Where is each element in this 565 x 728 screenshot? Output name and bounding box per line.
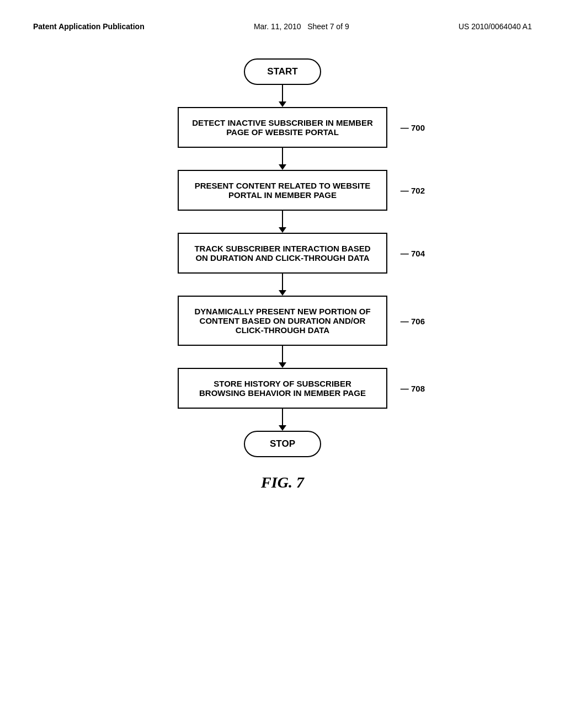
step-706-text: DYNAMICALLY PRESENT NEW PORTION OF CONTE… [194, 307, 370, 335]
step-700-text: DETECT INACTIVE SUBSCRIBER IN MEMBER PAG… [192, 118, 373, 137]
start-label: START [267, 66, 297, 77]
arrow-line [282, 211, 283, 227]
arrow-head [279, 227, 286, 233]
step-704-text: TRACK SUBSCRIBER INTERACTION BASED ON DU… [194, 244, 370, 263]
step-700-box: DETECT INACTIVE SUBSCRIBER IN MEMBER PAG… [178, 107, 387, 148]
arrow-start-to-700 [279, 85, 286, 107]
step-706-wrapper: DYNAMICALLY PRESENT NEW PORTION OF CONTE… [178, 296, 387, 346]
flowchart-diagram: START DETECT INACTIVE SUBSCRIBER IN MEMB… [0, 42, 565, 502]
arrow-head [279, 164, 286, 170]
publication-label: Patent Application Publication [33, 22, 145, 31]
arrow-head [279, 362, 286, 368]
step-706-label: 706 [401, 316, 425, 325]
step-704-box: TRACK SUBSCRIBER INTERACTION BASED ON DU… [178, 233, 387, 274]
patent-number: US 2010/0064040 A1 [459, 22, 532, 31]
step-706-box: DYNAMICALLY PRESENT NEW PORTION OF CONTE… [178, 296, 387, 346]
step-708-label: 708 [401, 384, 425, 393]
header-right: US 2010/0064040 A1 [459, 22, 532, 31]
step-700-label: 700 [401, 123, 425, 132]
step-704-wrapper: TRACK SUBSCRIBER INTERACTION BASED ON DU… [178, 233, 387, 274]
step-704-label: 704 [401, 249, 425, 258]
arrow-line [282, 409, 283, 425]
arrow-line [282, 148, 283, 164]
start-terminal: START [244, 58, 321, 85]
step-702-label: 702 [401, 186, 425, 195]
step-702-text: PRESENT CONTENT RELATED TO WEBSITE PORTA… [195, 181, 371, 200]
stop-label: STOP [270, 438, 295, 449]
step-702-box: PRESENT CONTENT RELATED TO WEBSITE PORTA… [178, 170, 387, 211]
stop-terminal: STOP [244, 431, 321, 457]
arrow-700-to-702 [279, 148, 286, 170]
fig-label-text: FIG. 7 [261, 474, 304, 491]
arrow-708-to-stop [279, 409, 286, 431]
arrow-head [279, 425, 286, 431]
arrow-line [282, 85, 283, 101]
arrow-704-to-706 [279, 274, 286, 296]
header-left: Patent Application Publication [33, 22, 145, 31]
arrow-702-to-704 [279, 211, 286, 233]
figure-label: FIG. 7 [261, 474, 304, 491]
header-sheet: Sheet 7 of 9 [307, 22, 349, 31]
page-header: Patent Application Publication Mar. 11, … [0, 0, 565, 42]
step-702-wrapper: PRESENT CONTENT RELATED TO WEBSITE PORTA… [178, 170, 387, 211]
header-center: Mar. 11, 2010 Sheet 7 of 9 [254, 22, 349, 31]
step-708-box: STORE HISTORY OF SUBSCRIBER BROWSING BEH… [178, 368, 387, 409]
step-700-wrapper: DETECT INACTIVE SUBSCRIBER IN MEMBER PAG… [178, 107, 387, 148]
header-date: Mar. 11, 2010 [254, 22, 301, 31]
step-708-text: STORE HISTORY OF SUBSCRIBER BROWSING BEH… [199, 379, 366, 398]
arrow-line [282, 346, 283, 362]
arrow-706-to-708 [279, 346, 286, 368]
arrow-head [279, 290, 286, 296]
step-708-wrapper: STORE HISTORY OF SUBSCRIBER BROWSING BEH… [178, 368, 387, 409]
arrow-head [279, 101, 286, 107]
arrow-line [282, 274, 283, 290]
